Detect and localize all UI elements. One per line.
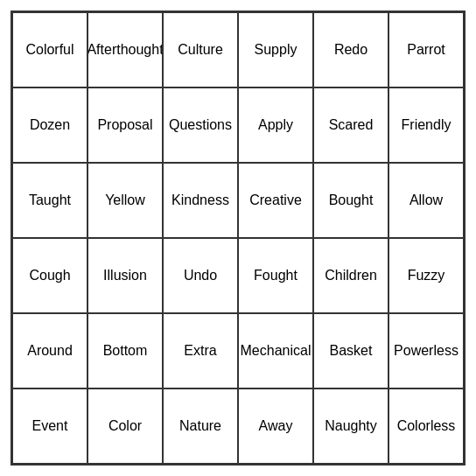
cell-text-13: Yellow	[105, 192, 145, 208]
cell-text-16: Bought	[329, 192, 374, 208]
cell-18: Cough	[12, 238, 88, 313]
cell-text-1: Afterthought	[88, 41, 163, 58]
cell-20: Undo	[163, 238, 238, 313]
cell-text-4: Redo	[334, 41, 368, 58]
cell-13: Yellow	[88, 163, 163, 238]
cell-text-7: Proposal	[97, 116, 152, 133]
cell-text-24: Around	[27, 342, 73, 359]
cell-text-21: Fought	[254, 267, 298, 284]
cell-10: Scared	[313, 88, 388, 163]
cell-26: Extra	[163, 313, 238, 388]
cell-34: Naughty	[313, 388, 388, 464]
cell-text-5: Parrot	[407, 41, 445, 58]
cell-27: Mechanical	[238, 313, 313, 388]
cell-21: Fought	[238, 238, 313, 313]
cell-30: Event	[12, 388, 88, 464]
cell-text-9: Apply	[258, 116, 293, 133]
cell-22: Children	[313, 238, 388, 313]
cell-4: Redo	[313, 12, 388, 88]
cell-31: Color	[88, 388, 163, 464]
cell-text-3: Supply	[255, 41, 298, 58]
cell-32: Nature	[163, 388, 238, 464]
cell-24: Around	[12, 313, 88, 388]
cell-5: Parrot	[388, 12, 464, 88]
cell-text-11: Friendly	[402, 116, 452, 133]
cell-11: Friendly	[388, 88, 464, 163]
cell-text-22: Children	[325, 267, 377, 284]
cell-28: Basket	[313, 313, 388, 388]
cell-text-32: Nature	[179, 417, 221, 434]
cell-7: Proposal	[88, 88, 163, 163]
cell-text-34: Naughty	[325, 417, 377, 434]
cell-text-27: Mechanical	[241, 342, 312, 359]
cell-1: Afterthought	[88, 12, 163, 88]
cell-29: Powerless	[388, 313, 464, 388]
cell-16: Bought	[313, 163, 388, 238]
cell-text-19: Illusion	[103, 267, 147, 284]
cell-text-26: Extra	[184, 342, 216, 359]
cell-text-10: Scared	[329, 116, 374, 133]
cell-text-8: Questions	[169, 116, 232, 133]
cell-23: Fuzzy	[388, 238, 464, 313]
cell-25: Bottom	[88, 313, 163, 388]
cell-text-23: Fuzzy	[408, 267, 445, 284]
cell-text-30: Event	[32, 417, 68, 434]
cell-17: Allow	[388, 163, 464, 238]
cell-3: Supply	[238, 12, 313, 88]
cell-text-6: Dozen	[30, 116, 70, 133]
cell-text-33: Away	[259, 417, 293, 434]
cell-text-29: Powerless	[394, 342, 458, 359]
cell-text-35: Colorless	[397, 417, 456, 434]
cell-text-25: Bottom	[103, 342, 148, 359]
cell-text-0: Colorful	[25, 41, 74, 58]
cell-2: Culture	[163, 12, 238, 88]
cell-text-17: Allow	[410, 192, 443, 208]
cell-text-2: Culture	[178, 41, 223, 58]
cell-14: Kindness	[163, 163, 238, 238]
cell-33: Away	[238, 388, 313, 464]
cell-text-18: Cough	[29, 267, 70, 284]
cell-0: Colorful	[12, 12, 88, 88]
bingo-grid: ColorfulAfterthoughtCultureSupplyRedoPar…	[10, 10, 466, 466]
cell-6: Dozen	[12, 88, 88, 163]
cell-12: Taught	[12, 163, 88, 238]
cell-35: Colorless	[388, 388, 464, 464]
cell-text-28: Basket	[330, 342, 373, 359]
cell-text-14: Kindness	[172, 192, 229, 208]
cell-text-20: Undo	[184, 267, 217, 284]
cell-8: Questions	[163, 88, 238, 163]
cell-15: Creative	[238, 163, 313, 238]
cell-text-12: Taught	[29, 192, 71, 208]
cell-9: Apply	[238, 88, 313, 163]
cell-text-15: Creative	[249, 192, 302, 208]
cell-19: Illusion	[88, 238, 163, 313]
cell-text-31: Color	[108, 417, 142, 434]
